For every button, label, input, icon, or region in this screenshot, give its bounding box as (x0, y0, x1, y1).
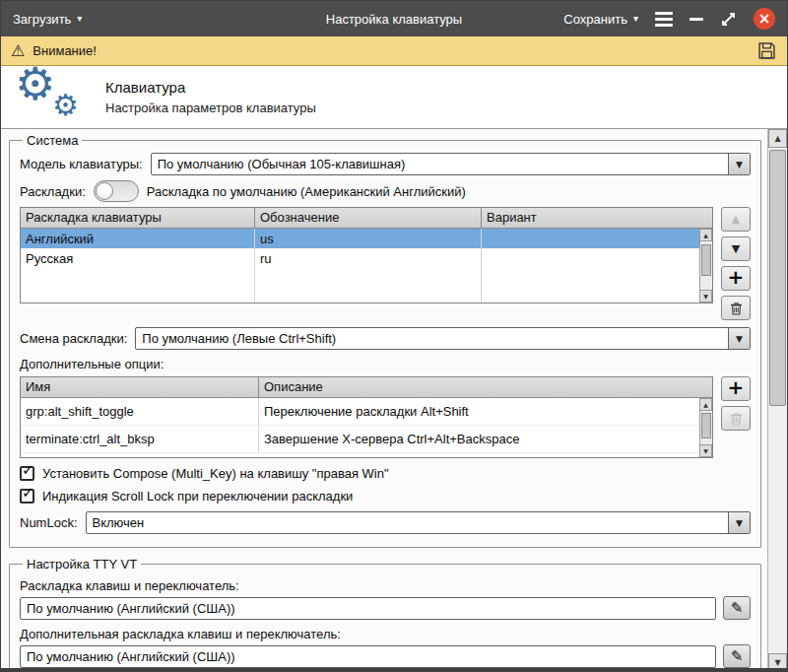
scrollbar-thumb[interactable] (701, 244, 711, 276)
switch-combo-label: Смена раскладки: (20, 331, 127, 346)
delete-option-button[interactable] (721, 406, 751, 431)
dropdown-arrow-icon: ▼ (728, 154, 750, 174)
system-group-legend: Система (23, 133, 82, 148)
trash-icon (730, 412, 743, 426)
tty-layout-label: Раскладка клавиш и переключатель: (20, 578, 751, 593)
scrolllock-checkbox[interactable]: ✓ (20, 489, 34, 504)
layout-switch-value: По умолчанию (Левые Ctrl+Shift) (136, 328, 728, 349)
check-icon: ✓ (22, 461, 34, 479)
cell-option-name: grp:alt_shift_toggle (21, 398, 259, 425)
gear-icon: ⚙ (15, 61, 55, 106)
page-title: Клавиатура (105, 79, 316, 96)
scroll-down-icon[interactable]: ▼ (699, 444, 712, 457)
keyboard-model-label: Модель клавиатуры: (20, 157, 143, 171)
close-button[interactable]: × (754, 8, 775, 30)
menu-button[interactable] (655, 12, 673, 27)
scroll-down-icon[interactable]: ▼ (768, 653, 787, 672)
cell-layout: Русская (21, 248, 255, 268)
cell-variant (482, 229, 699, 248)
chevron-down-icon: ▾ (633, 14, 638, 24)
add-option-button[interactable]: + (721, 376, 751, 401)
layout-switch-select[interactable]: По умолчанию (Левые Ctrl+Shift) ▼ (135, 327, 751, 350)
warning-text: Внимание! (33, 43, 97, 58)
add-layout-button[interactable]: + (721, 266, 751, 291)
column-header[interactable]: Имя (21, 377, 259, 397)
main-scrollbar[interactable]: ▲ ▼ (767, 129, 787, 672)
load-button[interactable]: Загрузить ▾ (13, 12, 82, 27)
dropdown-arrow-icon: ▼ (728, 512, 750, 533)
dropdown-arrow-icon: ▼ (728, 328, 750, 349)
edit-tty-layout-button[interactable]: ✎ (723, 596, 751, 620)
close-icon: × (758, 12, 771, 27)
scroll-up-icon[interactable]: ▲ (699, 229, 712, 241)
pencil-icon: ✎ (731, 599, 744, 617)
page-header: ⚙ ⚙ Клавиатура Настройка параметров клав… (1, 66, 787, 129)
check-icon: ✓ (22, 484, 34, 502)
delete-layout-button[interactable] (721, 296, 751, 320)
keyboard-settings-window: Настройка клавиатуры Загрузить ▾ Сохрани… (0, 0, 788, 672)
scroll-up-icon[interactable]: ▲ (768, 129, 787, 148)
load-button-label: Загрузить (13, 12, 71, 27)
layouts-table: Раскладка клавиатуры Обозначение Вариант… (20, 207, 713, 303)
settings-form: Система Модель клавиатуры: По умолчанию … (1, 129, 767, 672)
options-table: Имя Описание grp:alt_shift_toggle Перекл… (20, 376, 713, 458)
numlock-label: NumLock: (20, 515, 78, 530)
scroll-down-icon[interactable]: ▼ (699, 290, 712, 302)
cell-option-name: terminate:ctrl_alt_bksp (21, 426, 259, 452)
move-layout-down-button[interactable]: ▼ (721, 236, 751, 261)
table-row[interactable]: Английский us (21, 229, 699, 248)
compose-checkbox[interactable]: ✓ (20, 466, 34, 481)
table-row[interactable]: grp:alt_shift_toggle Переключение раскла… (21, 398, 699, 426)
layouts-label: Раскладки: (20, 184, 86, 199)
column-header[interactable]: Обозначение (255, 208, 482, 228)
edit-tty-extra-layout-button[interactable]: ✎ (723, 644, 751, 668)
minimize-icon (690, 18, 703, 21)
save-button[interactable]: Сохранить ▾ (563, 12, 638, 27)
keyboard-model-value: По умолчанию (Обычная 105-клавишная) (152, 154, 728, 174)
move-layout-up-button[interactable]: ▲ (721, 207, 751, 232)
content-area: Система Модель клавиатуры: По умолчанию … (1, 129, 787, 672)
keyboard-settings-icon: ⚙ ⚙ (13, 69, 86, 126)
numlock-select[interactable]: Включен ▼ (86, 511, 751, 534)
scrollbar-thumb[interactable] (769, 150, 786, 406)
page-subtitle: Настройка параметров клавиатуры (105, 101, 316, 115)
tty-extra-layout-label: Дополнительная раскладка клавиш и перекл… (20, 627, 751, 641)
scrollbar-thumb[interactable] (701, 413, 711, 438)
cell-layout: Английский (21, 229, 255, 248)
scrolllock-checkbox-label: Индикация Scroll Lock при переключении р… (42, 489, 353, 504)
cell-option-description: Завершение X-сервера Ctrl+Alt+Backspace (259, 426, 699, 452)
chevron-down-icon: ▾ (77, 14, 82, 24)
table-row[interactable]: Русская ru (21, 248, 699, 268)
system-group: Система Модель клавиатуры: По умолчанию … (9, 133, 761, 548)
expand-icon (720, 11, 737, 28)
minimize-button[interactable] (690, 18, 703, 21)
cell-option-description: Переключение раскладки Alt+Shift (259, 398, 699, 425)
save-button-label: Сохранить (563, 12, 627, 27)
layouts-table-header: Раскладка клавиатуры Обозначение Вариант (21, 208, 712, 229)
options-label: Дополнительные опции: (20, 357, 751, 371)
maximize-button[interactable] (720, 11, 737, 28)
column-header[interactable]: Раскладка клавиатуры (21, 208, 255, 228)
titlebar: Настройка клавиатуры Загрузить ▾ Сохрани… (1, 1, 787, 36)
cell-code: us (255, 229, 482, 248)
scroll-up-icon[interactable]: ▲ (699, 398, 712, 411)
layouts-default-toggle[interactable] (94, 180, 139, 202)
warning-bar: ⚠ Внимание! (1, 36, 787, 66)
trash-icon (730, 302, 743, 315)
layouts-toggle-text: Раскладка по умолчанию (Американский Анг… (147, 184, 466, 199)
keyboard-model-select[interactable]: По умолчанию (Обычная 105-клавишная) ▼ (151, 153, 751, 175)
layouts-table-scrollbar[interactable]: ▲ ▼ (699, 229, 712, 302)
tty-extra-layout-field[interactable]: По умолчанию (Английский (США)) (20, 645, 716, 668)
options-table-scrollbar[interactable]: ▲ ▼ (699, 398, 712, 457)
column-header[interactable]: Описание (259, 377, 699, 397)
table-row[interactable]: terminate:ctrl_alt_bksp Завершение X-сер… (21, 426, 699, 453)
save-to-disk-button[interactable] (756, 40, 777, 61)
tty-layout-field[interactable]: По умолчанию (Английский (США)) (20, 597, 716, 620)
tty-vt-group: Настройка TTY VT Раскладка клавиш и пере… (9, 557, 761, 672)
numlock-value: Включен (87, 512, 728, 533)
options-table-header: Имя Описание (21, 377, 712, 398)
floppy-icon (756, 40, 777, 61)
table-empty-area (21, 268, 699, 302)
pencil-icon: ✎ (731, 647, 744, 665)
column-header[interactable]: Вариант (482, 208, 699, 228)
